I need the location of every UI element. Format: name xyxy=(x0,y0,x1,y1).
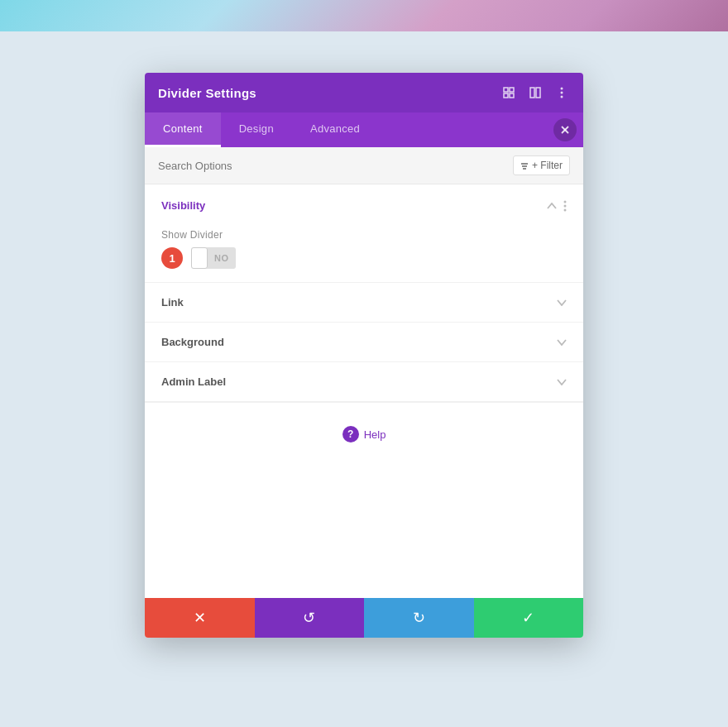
filter-icon xyxy=(520,160,529,171)
modal-header-actions xyxy=(500,84,570,101)
svg-rect-4 xyxy=(530,88,534,98)
cancel-button[interactable]: ✕ xyxy=(145,598,255,638)
columns-icon[interactable] xyxy=(527,84,544,101)
help-icon: ? xyxy=(342,426,359,442)
section-link-header[interactable]: Link xyxy=(145,283,583,322)
section-background-header[interactable]: Background xyxy=(145,323,583,361)
redo-button[interactable]: ↻ xyxy=(364,598,474,638)
svg-rect-3 xyxy=(510,93,514,98)
svg-rect-1 xyxy=(510,88,514,92)
undo-button[interactable]: ↺ xyxy=(255,598,365,638)
help-label: Help xyxy=(364,428,386,441)
search-bar: + Filter xyxy=(145,147,583,184)
svg-point-6 xyxy=(561,88,563,90)
undo-icon: ↺ xyxy=(303,609,315,627)
filter-button[interactable]: + Filter xyxy=(513,155,570,175)
modal-title: Divider Settings xyxy=(158,86,256,100)
more-options-icon[interactable] xyxy=(553,84,570,101)
svg-rect-5 xyxy=(536,88,540,98)
modal-header: Divider Settings xyxy=(145,73,583,112)
visibility-content: Show Divider 1 NO xyxy=(145,226,583,282)
section-admin-label: Admin Label xyxy=(145,362,583,402)
search-input[interactable] xyxy=(158,160,513,172)
toggle-state-label: NO xyxy=(208,253,236,263)
background-image-area xyxy=(0,0,728,31)
section-visibility-header[interactable]: Visibility xyxy=(145,184,583,226)
save-button[interactable]: ✓ xyxy=(474,598,584,638)
divider-settings-modal: Divider Settings xyxy=(145,73,583,638)
save-icon: ✓ xyxy=(522,609,534,627)
tab-design[interactable]: Design xyxy=(221,112,292,147)
section-visibility-title: Visibility xyxy=(161,199,205,212)
section-visibility-actions xyxy=(547,198,567,213)
link-expand-icon[interactable] xyxy=(557,297,567,308)
background-expand-icon[interactable] xyxy=(557,337,567,348)
svg-rect-2 xyxy=(504,93,508,98)
section-admin-label-header[interactable]: Admin Label xyxy=(145,362,583,401)
step-badge-1: 1 xyxy=(161,247,183,269)
section-background-title: Background xyxy=(161,336,224,348)
help-area: ? Help xyxy=(145,402,583,466)
cancel-icon: ✕ xyxy=(194,609,206,627)
tab-content[interactable]: Content xyxy=(145,112,221,147)
section-link-title: Link xyxy=(161,296,184,308)
admin-label-expand-icon[interactable] xyxy=(557,376,567,388)
modal-tabs: Content Design Advanced xyxy=(145,112,583,147)
filter-label: + Filter xyxy=(532,160,563,171)
svg-rect-0 xyxy=(504,88,508,92)
show-divider-row: 1 NO xyxy=(161,247,567,269)
section-link: Link xyxy=(145,283,583,323)
tab-advanced[interactable]: Advanced xyxy=(292,112,378,147)
svg-point-7 xyxy=(561,92,563,94)
modal-footer: ✕ ↺ ↻ ✓ xyxy=(145,598,583,638)
show-divider-toggle[interactable]: NO xyxy=(191,247,236,269)
section-background: Background xyxy=(145,323,583,362)
section-visibility: Visibility xyxy=(145,184,583,283)
modal-close-button[interactable] xyxy=(553,118,577,141)
svg-point-15 xyxy=(564,204,567,207)
svg-point-16 xyxy=(564,208,567,211)
visibility-more-icon[interactable] xyxy=(563,198,567,213)
svg-point-8 xyxy=(561,96,563,98)
visibility-collapse-icon[interactable] xyxy=(547,199,557,211)
toggle-handle xyxy=(191,247,208,269)
modal-body: Visibility xyxy=(145,184,583,598)
expand-icon[interactable] xyxy=(500,84,517,101)
show-divider-label: Show Divider xyxy=(161,229,567,241)
svg-point-14 xyxy=(564,200,567,203)
redo-icon: ↻ xyxy=(413,609,425,627)
help-button[interactable]: ? Help xyxy=(342,426,386,442)
section-admin-label-title: Admin Label xyxy=(161,375,226,388)
